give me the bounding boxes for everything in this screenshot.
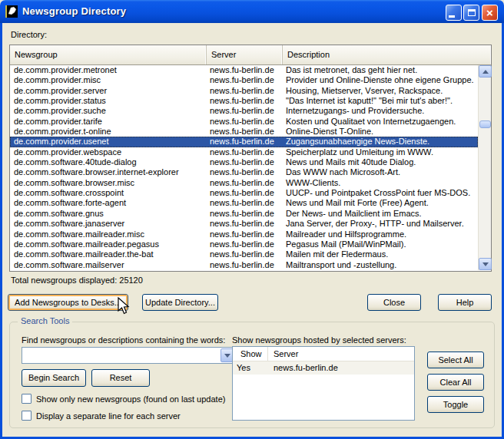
server-cell: news.fu-berlin.de bbox=[207, 65, 283, 75]
description-cell: Internetzugangs- und Providersuche. bbox=[283, 106, 478, 116]
server-list-header: Show Server bbox=[233, 347, 414, 361]
window-title: Newsgroup Directory bbox=[22, 5, 126, 17]
server-rows: Yesnews.fu-berlin.de bbox=[233, 361, 414, 375]
newsgroup-cell: de.comm.provider.t-online bbox=[10, 127, 207, 137]
description-cell: Provider und Online-Dienste ohne eigene … bbox=[283, 75, 478, 85]
search-words-combobox[interactable] bbox=[22, 347, 235, 364]
minimize-icon bbox=[449, 15, 455, 18]
add-newsgroups-button[interactable]: Add Newsgroups to Desks... bbox=[8, 294, 128, 311]
server-column-server[interactable]: Server bbox=[268, 347, 414, 361]
close-button[interactable]: × bbox=[482, 5, 498, 21]
description-cell: News und Mail mit Forte (Free) Agent. bbox=[283, 198, 478, 208]
table-row[interactable]: de.comm.software.40tude-dialognews.fu-be… bbox=[10, 157, 478, 167]
newsgroup-cell: de.comm.software.crosspoint bbox=[10, 188, 207, 198]
maximize-icon bbox=[468, 9, 476, 16]
column-header-description[interactable]: Description bbox=[283, 45, 491, 64]
column-header-server[interactable]: Server bbox=[207, 45, 283, 64]
newsgroup-cell: de.comm.software.gnus bbox=[10, 209, 207, 219]
help-button[interactable]: Help bbox=[438, 294, 492, 311]
description-cell: Zugangsunabhaengige News-Dienste. bbox=[283, 137, 478, 147]
server-cell: news.fu-berlin.de bbox=[207, 167, 283, 177]
description-cell: Mailtransport und -zustellung. bbox=[283, 260, 478, 270]
select-all-button[interactable]: Select All bbox=[427, 352, 484, 368]
scroll-up-button[interactable] bbox=[479, 65, 492, 78]
description-cell: Housing, Mietserver, Vserver, Rackspace. bbox=[283, 86, 478, 96]
table-row[interactable]: de.comm.software.mailreader.pegasusnews.… bbox=[10, 239, 478, 249]
server-cell: news.fu-berlin.de bbox=[207, 209, 283, 219]
table-row[interactable]: de.comm.software.mailreader.the-batnews.… bbox=[10, 249, 478, 259]
server-cell: news.fu-berlin.de bbox=[207, 260, 283, 270]
newsgroup-cell: de.comm.software.forte-agent bbox=[10, 198, 207, 208]
close-dialog-button[interactable]: Close bbox=[367, 294, 421, 311]
newsgroup-cell: de.comm.software.janaserver bbox=[10, 219, 207, 229]
newsgroup-cell: de.comm.provider.tarife bbox=[10, 117, 207, 127]
server-cell: news.fu-berlin.de bbox=[207, 106, 283, 116]
newsgroup-list: de.comm.provider.metronetnews.fu-berlin.… bbox=[10, 65, 478, 270]
mouse-cursor-icon bbox=[117, 297, 131, 318]
show-new-newsgroups-checkbox[interactable] bbox=[22, 394, 32, 404]
table-row[interactable]: de.comm.software.crosspointnews.fu-berli… bbox=[10, 188, 478, 198]
begin-search-button[interactable]: Begin Search bbox=[22, 369, 86, 387]
close-icon: × bbox=[486, 7, 493, 18]
table-row[interactable]: de.comm.software.mailservernews.fu-berli… bbox=[10, 260, 478, 270]
table-row[interactable]: de.comm.software.gnusnews.fu-berlin.deDe… bbox=[10, 209, 478, 219]
newsgroup-cell: de.comm.software.browser.misc bbox=[10, 178, 207, 188]
description-cell: Jana Server, der Proxy-, HTTP- und Mails… bbox=[283, 219, 478, 229]
server-column-show[interactable]: Show bbox=[233, 347, 268, 361]
server-cell: news.fu-berlin.de bbox=[207, 198, 283, 208]
description-cell: "Das Internet ist kaputt!" "Bei mir tut'… bbox=[283, 96, 478, 106]
column-header-newsgroup[interactable]: Newsgroup bbox=[10, 45, 207, 64]
server-cell: news.fu-berlin.de bbox=[207, 178, 283, 188]
minimize-button[interactable] bbox=[446, 5, 462, 21]
server-cell: news.fu-berlin.de bbox=[207, 127, 283, 137]
table-row[interactable]: de.comm.provider.tarifenews.fu-berlin.de… bbox=[10, 117, 478, 127]
table-row[interactable]: de.comm.provider.webspacenews.fu-berlin.… bbox=[10, 147, 478, 157]
newsgroup-directory-window: { "window": { "title": "Newsgroup Direct… bbox=[0, 0, 504, 439]
newsgroup-cell: de.comm.provider.suche bbox=[10, 106, 207, 116]
server-name-cell: news.fu-berlin.de bbox=[268, 361, 414, 375]
server-list[interactable]: Show Server Yesnews.fu-berlin.de bbox=[232, 346, 415, 421]
update-directory-button[interactable]: Update Directory... bbox=[142, 294, 218, 311]
reset-button[interactable]: Reset bbox=[91, 369, 150, 387]
table-row[interactable]: de.comm.software.forte-agentnews.fu-berl… bbox=[10, 198, 478, 208]
server-row[interactable]: Yesnews.fu-berlin.de bbox=[233, 361, 414, 375]
table-row[interactable]: de.comm.provider.statusnews.fu-berlin.de… bbox=[10, 96, 478, 106]
table-row[interactable]: de.comm.software.browser.miscnews.fu-ber… bbox=[10, 178, 478, 188]
table-row[interactable]: de.comm.provider.t-onlinenews.fu-berlin.… bbox=[10, 127, 478, 137]
toggle-button[interactable]: Toggle bbox=[427, 396, 484, 413]
newsgroup-cell: de.comm.software.40tude-dialog bbox=[10, 157, 207, 167]
table-row[interactable]: de.comm.provider.miscnews.fu-berlin.dePr… bbox=[10, 75, 478, 85]
app-icon bbox=[5, 5, 18, 18]
table-row[interactable]: de.comm.software.browser.internet-explor… bbox=[10, 167, 478, 177]
table-row[interactable]: de.comm.provider.usenetnews.fu-berlin.de… bbox=[10, 137, 478, 147]
newsgroup-cell: de.comm.provider.misc bbox=[10, 75, 207, 85]
table-row[interactable]: de.comm.provider.metronetnews.fu-berlin.… bbox=[10, 65, 478, 75]
titlebar[interactable]: Newsgroup Directory × bbox=[0, 0, 504, 23]
table-row[interactable]: de.comm.provider.servernews.fu-berlin.de… bbox=[10, 86, 478, 96]
hosted-servers-label: Show newsgroups hosted by selected serve… bbox=[232, 335, 406, 345]
server-cell: news.fu-berlin.de bbox=[207, 137, 283, 147]
clear-all-button[interactable]: Clear All bbox=[427, 374, 484, 391]
newsgroup-cell: de.comm.provider.webspace bbox=[10, 147, 207, 157]
server-cell: news.fu-berlin.de bbox=[207, 157, 283, 167]
description-cell: WWW-Clients. bbox=[283, 178, 478, 188]
server-cell: news.fu-berlin.de bbox=[207, 96, 283, 106]
scroll-down-icon bbox=[482, 262, 489, 266]
newsgroup-cell: de.comm.software.mailreader.pegasus bbox=[10, 239, 207, 249]
total-newsgroups-value: 25120 bbox=[119, 276, 143, 285]
scroll-down-button[interactable] bbox=[479, 258, 492, 270]
table-row[interactable]: de.comm.software.mailreader.miscnews.fu-… bbox=[10, 229, 478, 239]
search-tools-title: Search Tools bbox=[18, 316, 72, 325]
separate-line-checkbox[interactable] bbox=[22, 411, 32, 421]
table-row[interactable]: de.comm.software.janaservernews.fu-berli… bbox=[10, 219, 478, 229]
description-cell: Mailen mit der Fledermaus. bbox=[283, 249, 478, 259]
maximize-button[interactable] bbox=[463, 5, 479, 21]
newsgroup-table: Newsgroup Server Description de.comm.pro… bbox=[9, 45, 492, 272]
vertical-scrollbar[interactable] bbox=[478, 65, 491, 270]
separate-line-label: Display a separate line for each server bbox=[36, 411, 181, 421]
window-border-left bbox=[0, 23, 2, 439]
server-cell: news.fu-berlin.de bbox=[207, 117, 283, 127]
newsgroup-cell: de.comm.provider.metronet bbox=[10, 65, 207, 75]
table-row[interactable]: de.comm.provider.suchenews.fu-berlin.deI… bbox=[10, 106, 478, 116]
scrollbar-thumb[interactable] bbox=[479, 120, 491, 128]
